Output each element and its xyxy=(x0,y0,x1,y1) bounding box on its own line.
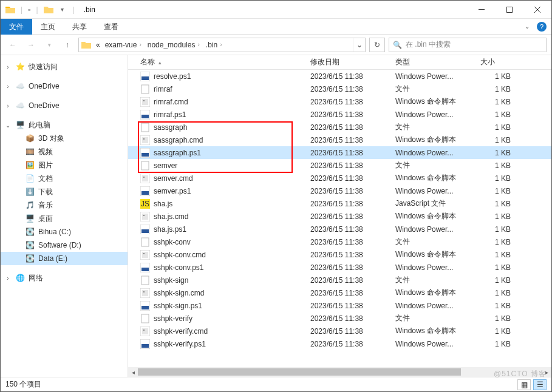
file-row[interactable]: sha.js.cmd 2023/6/15 11:38 Windows 命令脚本 … xyxy=(128,210,551,223)
file-size: 1 KB xyxy=(480,136,523,144)
back-button[interactable]: ← xyxy=(5,38,20,52)
file-row[interactable]: resolve.ps1 2023/6/15 11:38 Windows Powe… xyxy=(128,70,551,83)
file-type: Windows 命令脚本 xyxy=(395,326,480,336)
minimize-button[interactable] xyxy=(468,1,496,19)
file-row[interactable]: sshpk-sign.ps1 2023/6/15 11:38 Windows P… xyxy=(128,299,551,312)
tab-share[interactable]: 共享 xyxy=(64,19,95,35)
view-details[interactable]: ☰ xyxy=(533,379,547,390)
sidebar-pc-item[interactable]: 💽Software (D:) xyxy=(1,238,128,252)
file-row[interactable]: sassgraph.cmd 2023/6/15 11:38 Windows 命令… xyxy=(128,133,551,146)
file-date: 2023/6/15 11:38 xyxy=(310,200,395,208)
sidebar-quick-access[interactable]: › ⭐ 快速访问 xyxy=(1,60,128,73)
file-row[interactable]: semver 2023/6/15 11:38 文件 1 KB xyxy=(128,159,551,172)
addr-dropdown[interactable]: ⌄ xyxy=(353,38,365,52)
sidebar-pc-item[interactable]: 🖼️图片 xyxy=(1,158,128,172)
sidebar-item-label: 下载 xyxy=(38,187,53,197)
file-type-icon xyxy=(140,275,150,285)
file-type: 文件 xyxy=(395,84,480,94)
sidebar-pc-item[interactable]: 💽Data (E:) xyxy=(1,252,128,265)
sidebar-pc-item[interactable]: 🎵音乐 xyxy=(1,198,128,212)
file-row[interactable]: sassgraph.ps1 2023/6/15 11:38 Windows Po… xyxy=(128,146,551,159)
sidebar-pc-item[interactable]: 💽Bihua (C:) xyxy=(1,225,128,238)
file-date: 2023/6/15 11:38 xyxy=(310,136,395,144)
breadcrumb-seg-1[interactable]: exam-vue› xyxy=(103,41,145,49)
close-button[interactable] xyxy=(523,1,551,19)
file-date: 2023/6/15 11:38 xyxy=(310,289,395,297)
file-size: 1 KB xyxy=(480,200,523,208)
help-icon[interactable]: ? xyxy=(537,22,547,32)
file-row[interactable]: sassgraph 2023/6/15 11:38 文件 1 KB xyxy=(128,121,551,133)
file-name: semver xyxy=(154,161,177,170)
sidebar-thispc[interactable]: ⌄ 🖥️ 此电脑 xyxy=(1,118,128,132)
address-bar[interactable]: « exam-vue› node_modules› .bin› ⌄ xyxy=(78,38,366,52)
file-type: Windows 命令脚本 xyxy=(395,249,480,260)
chevron-right-icon: › xyxy=(4,103,12,109)
view-large-icons[interactable]: ▦ xyxy=(517,379,531,390)
forward-button[interactable]: → xyxy=(24,38,38,52)
file-row[interactable]: sshpk-conv.cmd 2023/6/15 11:38 Windows 命… xyxy=(128,248,551,261)
tab-home[interactable]: 主页 xyxy=(32,19,64,35)
refresh-button[interactable]: ↻ xyxy=(369,38,385,52)
sidebar-onedrive[interactable]: › ☁️ OneDrive xyxy=(1,99,128,112)
file-date: 2023/6/15 11:38 xyxy=(310,302,395,310)
maximize-button[interactable] xyxy=(496,1,523,19)
tab-file[interactable]: 文件 xyxy=(1,19,32,35)
sidebar-pc-item[interactable]: 🎞️视频 xyxy=(1,145,128,158)
file-date: 2023/6/15 11:38 xyxy=(310,276,395,285)
sidebar-pc-item[interactable]: 🖥️桌面 xyxy=(1,212,128,225)
col-size[interactable]: 大小 xyxy=(480,57,551,67)
sidebar-pc-item[interactable]: 📦3D 对象 xyxy=(1,132,128,145)
file-row[interactable]: sshpk-verify.ps1 2023/6/15 11:38 Windows… xyxy=(128,337,551,350)
breadcrumb-seg-2[interactable]: node_modules› xyxy=(145,41,203,49)
file-row[interactable]: semver.cmd 2023/6/15 11:38 Windows 命令脚本 … xyxy=(128,172,551,184)
col-date[interactable]: 修改日期 xyxy=(310,57,395,67)
file-row[interactable]: sshpk-verify.cmd 2023/6/15 11:38 Windows… xyxy=(128,325,551,337)
sidebar-network[interactable]: › 🌐 网络 xyxy=(1,271,128,285)
col-type[interactable]: 类型 xyxy=(395,57,480,67)
file-row[interactable]: rimraf.cmd 2023/6/15 11:38 Windows 命令脚本 … xyxy=(128,95,551,108)
qat-icon[interactable]: ▫ xyxy=(28,5,30,14)
file-name: rimraf.ps1 xyxy=(154,110,186,119)
file-row[interactable]: sshpk-conv.ps1 2023/6/15 11:38 Windows P… xyxy=(128,261,551,274)
ribbon-collapse-icon[interactable]: ⌄ xyxy=(521,23,533,30)
svg-rect-16 xyxy=(141,161,149,170)
sidebar-onedrive[interactable]: › ☁️ OneDrive xyxy=(1,79,128,93)
file-row[interactable]: sshpk-verify 2023/6/15 11:38 文件 1 KB xyxy=(128,312,551,325)
sidebar-item-label: 文档 xyxy=(38,174,53,184)
sidebar-pc-item[interactable]: 📄文档 xyxy=(1,172,128,185)
file-size: 1 KB xyxy=(480,174,523,183)
qat-separator: | xyxy=(19,5,24,14)
breadcrumb-root[interactable]: « xyxy=(94,41,103,49)
file-row[interactable]: sshpk-conv 2023/6/15 11:38 文件 1 KB xyxy=(128,235,551,248)
file-row[interactable]: sshpk-sign.cmd 2023/6/15 11:38 Windows 命… xyxy=(128,286,551,299)
file-list[interactable]: resolve.ps1 2023/6/15 11:38 Windows Powe… xyxy=(128,70,551,377)
file-name: sshpk-sign.cmd xyxy=(154,289,204,297)
file-row[interactable]: rimraf 2023/6/15 11:38 文件 1 KB xyxy=(128,83,551,95)
breadcrumb-seg-3[interactable]: .bin› xyxy=(203,41,226,49)
file-row[interactable]: sha.js.ps1 2023/6/15 11:38 Windows Power… xyxy=(128,223,551,235)
qat-separator: | xyxy=(34,5,39,14)
recent-dropdown[interactable]: ▾ xyxy=(42,38,56,52)
file-name: sassgraph.ps1 xyxy=(154,149,201,157)
search-input[interactable]: 🔍 在 .bin 中搜索 xyxy=(389,38,547,52)
file-row[interactable]: JSsha.js 2023/6/15 11:38 JavaScript 文件 1… xyxy=(128,197,551,210)
file-row[interactable]: semver.ps1 2023/6/15 11:38 Windows Power… xyxy=(128,184,551,197)
file-type: 文件 xyxy=(395,160,480,171)
qat-dropdown[interactable]: ▾ xyxy=(57,6,67,13)
breadcrumb-label: .bin xyxy=(206,41,217,49)
file-type: Windows 命令脚本 xyxy=(395,211,480,221)
scrollbar-thumb[interactable] xyxy=(138,368,461,376)
scroll-left-icon[interactable]: ◂ xyxy=(128,367,138,377)
file-row[interactable]: sshpk-sign 2023/6/15 11:38 文件 1 KB xyxy=(128,274,551,286)
horizontal-scrollbar[interactable]: ◂▸ xyxy=(128,367,551,377)
file-type-icon xyxy=(140,301,150,311)
file-name: semver.ps1 xyxy=(154,187,191,195)
file-type-icon xyxy=(140,339,150,349)
ribbon-tabs: 文件 主页 共享 查看 ⌄ ? xyxy=(1,19,551,35)
tab-view[interactable]: 查看 xyxy=(95,19,127,35)
sidebar-pc-item[interactable]: ⬇️下载 xyxy=(1,185,128,198)
up-button[interactable]: ↑ xyxy=(60,38,75,52)
col-name[interactable]: 名称▴ xyxy=(140,57,310,67)
file-row[interactable]: rimraf.ps1 2023/6/15 11:38 Windows Power… xyxy=(128,108,551,121)
file-type: Windows Power... xyxy=(395,225,480,234)
